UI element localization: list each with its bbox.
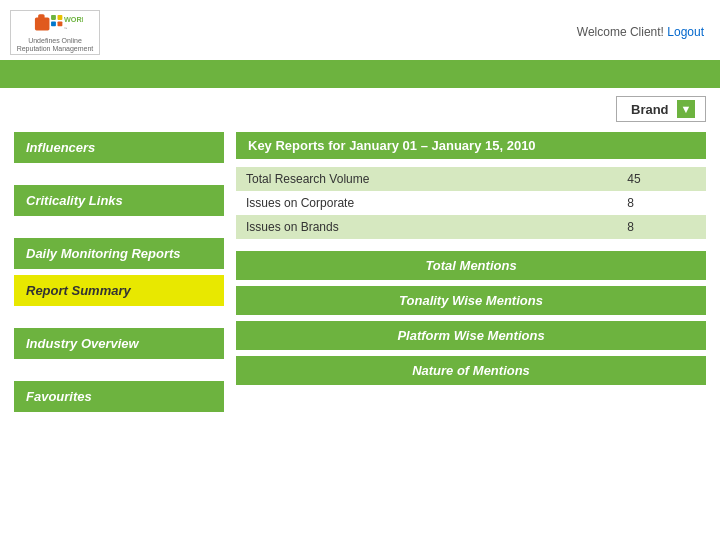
svg-text:WORM: WORM [63, 15, 82, 24]
sidebar-item-daily-monitoring[interactable]: Daily Monitoring Reports [14, 238, 224, 269]
logo-box: WORM ™ Undefines Online Reputation Manag… [10, 10, 100, 55]
sidebar: Influencers Criticality Links Daily Moni… [14, 132, 224, 412]
row-label-0: Total Research Volume [236, 167, 617, 191]
sidebar-item-favourites[interactable]: Favourites [14, 381, 224, 412]
row-label-1: Issues on Corporate [236, 191, 617, 215]
row-label-2: Issues on Brands [236, 215, 617, 239]
table-row: Issues on Brands 8 [236, 215, 706, 239]
tonality-wise-button[interactable]: Tonality Wise Mentions [236, 286, 706, 315]
sidebar-item-criticality-links[interactable]: Criticality Links [14, 185, 224, 216]
table-row: Total Research Volume 45 [236, 167, 706, 191]
logo-area: WORM ™ Undefines Online Reputation Manag… [10, 10, 100, 55]
total-mentions-button[interactable]: Total Mentions [236, 251, 706, 280]
brand-row: Brand ▼ [0, 88, 720, 128]
mention-buttons: Total Mentions Tonality Wise Mentions Pl… [236, 251, 706, 385]
key-reports-header: Key Reports for January 01 – January 15,… [236, 132, 706, 159]
welcome-text: Welcome Client! [577, 25, 667, 39]
sidebar-item-industry-overview[interactable]: Industry Overview [14, 328, 224, 359]
sidebar-item-influencers[interactable]: Influencers [14, 132, 224, 163]
welcome-area: Welcome Client! Logout [577, 25, 704, 39]
dropdown-arrow-icon: ▼ [677, 100, 695, 118]
row-value-1: 8 [617, 191, 706, 215]
row-value-0: 45 [617, 167, 706, 191]
svg-rect-4 [51, 21, 56, 26]
brand-label: Brand [631, 102, 669, 117]
right-panel: Key Reports for January 01 – January 15,… [236, 132, 706, 412]
brand-dropdown[interactable]: Brand ▼ [616, 96, 706, 122]
header: WORM ™ Undefines Online Reputation Manag… [0, 0, 720, 60]
main-content: Influencers Criticality Links Daily Moni… [0, 132, 720, 412]
logout-link[interactable]: Logout [667, 25, 704, 39]
logo-icon: WORM ™ [28, 11, 83, 35]
table-row: Issues on Corporate 8 [236, 191, 706, 215]
key-reports-title: Key Reports for January 01 – January 15,… [248, 138, 536, 153]
svg-rect-5 [57, 21, 62, 26]
nature-of-mentions-button[interactable]: Nature of Mentions [236, 356, 706, 385]
sidebar-item-report-summary[interactable]: Report Summary [14, 275, 224, 306]
svg-rect-3 [57, 15, 62, 20]
svg-rect-2 [51, 15, 56, 20]
research-table: Total Research Volume 45 Issues on Corpo… [236, 167, 706, 239]
row-value-2: 8 [617, 215, 706, 239]
green-bar [0, 60, 720, 88]
svg-text:™: ™ [63, 26, 67, 30]
svg-rect-1 [38, 14, 44, 20]
platform-wise-button[interactable]: Platform Wise Mentions [236, 321, 706, 350]
logo-tagline: Undefines Online Reputation Management [11, 37, 99, 54]
